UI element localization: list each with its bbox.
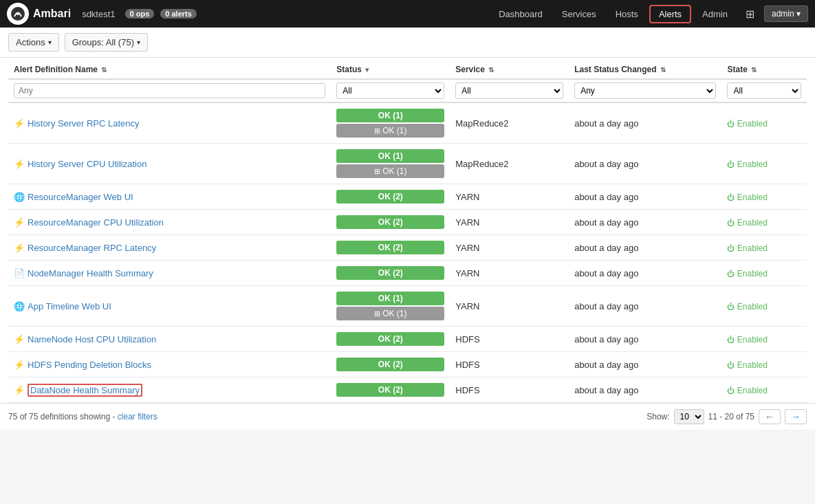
status-ok-button[interactable]: OK (2) [336, 383, 444, 397]
alert-name-link[interactable]: ResourceManager CPU Utilization [28, 217, 164, 228]
status-ok-button[interactable]: OK (2) [336, 241, 444, 254]
lastchanged-cell: about a day ago [569, 144, 721, 184]
alert-name-link[interactable]: App Timeline Web UI [28, 301, 111, 311]
lastchanged-cell: about a day ago [569, 102, 721, 144]
bolt-icon: ⚡ [14, 159, 25, 169]
status-td: OK (2) [331, 235, 450, 261]
alert-name-link[interactable]: NameNode Host CPU Utilization [28, 334, 156, 344]
clear-filters-link[interactable]: clear filters [118, 412, 157, 421]
alert-name-link[interactable]: HDFS Pending Deletion Blocks [28, 360, 151, 370]
filter-state-select[interactable]: All [727, 83, 801, 99]
alert-name-link[interactable]: ResourceManager RPC Latency [28, 243, 156, 253]
table-row: 🌐App Timeline Web UI OK (1)⊞OK (1) YARN … [8, 286, 807, 327]
bolt-icon: ⚡ [14, 243, 25, 253]
lastchanged-cell: about a day ago [569, 352, 721, 377]
alert-name-link[interactable]: History Server RPC Latency [28, 118, 140, 129]
status-ok-button[interactable]: OK (1) [336, 292, 444, 305]
col-header-status[interactable]: Status ▾ [331, 58, 450, 79]
prev-page-button[interactable]: ← [759, 409, 781, 424]
col-header-service[interactable]: Service ⇅ [450, 58, 569, 79]
stack-icon: ⊞ [374, 167, 380, 176]
filter-status-select[interactable]: All [336, 83, 444, 99]
name-cell: ⚡History Server CPU Utilization [8, 144, 331, 184]
alert-name-link[interactable]: ResourceManager Web UI [28, 192, 133, 202]
power-icon: ⏻ [727, 160, 735, 168]
alerts-table: Alert Definition Name ⇅ Status ▾ Service… [8, 58, 807, 403]
state-label: ⏻ Enabled [727, 335, 767, 344]
groups-label: Groups: All (75) [72, 37, 134, 47]
status-ok-button[interactable]: OK (2) [336, 190, 444, 204]
show-select[interactable]: 10 25 50 [674, 409, 704, 424]
footer-count: 75 of 75 definitions showing [8, 412, 110, 421]
filter-name-input[interactable] [14, 83, 325, 98]
status-cell: OK (2) [336, 383, 444, 397]
table-row: ⚡ResourceManager CPU Utilization OK (2) … [8, 210, 807, 235]
filter-lastchanged-cell: Any [569, 79, 721, 102]
status-cell: OK (2) [336, 241, 444, 254]
sort-icon-service: ⇅ [488, 66, 494, 74]
status-cell: OK (1)⊞OK (1) [336, 292, 444, 320]
footer-pagination: Show: 10 25 50 11 - 20 of 75 ← → [646, 409, 807, 424]
status-cell: OK (2) [336, 190, 444, 204]
nav-services[interactable]: Services [554, 6, 605, 22]
footer-summary: 75 of 75 definitions showing - clear fil… [8, 412, 646, 421]
nav-dashboard[interactable]: Dashboard [490, 6, 551, 22]
alert-name-link[interactable]: History Server CPU Utilization [28, 159, 146, 169]
power-icon: ⏻ [727, 193, 735, 201]
filter-lastchanged-select[interactable]: Any [574, 83, 716, 99]
alert-name-link[interactable]: DataNode Health Summary [28, 384, 142, 397]
sort-icon-name: ⇅ [101, 66, 107, 74]
nav-admin[interactable]: Admin [694, 6, 736, 22]
logo: Ambari [7, 3, 71, 25]
status-ok-button[interactable]: OK (1) [336, 149, 444, 163]
state-label: ⏻ Enabled [727, 218, 767, 228]
status-ok-secondary-button[interactable]: ⊞OK (1) [336, 124, 444, 138]
state-cell: ⏻ Enabled [721, 235, 807, 261]
status-ok-button[interactable]: OK (2) [336, 332, 444, 346]
toolbar: Actions ▾ Groups: All (75) ▾ [0, 28, 815, 58]
name-cell: ⚡NameNode Host CPU Utilization [8, 327, 331, 352]
filter-service-select[interactable]: All [455, 83, 563, 99]
service-cell: YARN [450, 261, 569, 286]
status-ok-secondary-button[interactable]: ⊞OK (1) [336, 307, 444, 320]
groups-dropdown[interactable]: Groups: All (75) ▾ [65, 33, 148, 52]
state-label: ⏻ Enabled [727, 160, 767, 169]
user-menu-button[interactable]: admin ▾ [764, 6, 808, 22]
status-ok-button[interactable]: OK (2) [336, 215, 444, 229]
col-header-name[interactable]: Alert Definition Name ⇅ [8, 58, 331, 79]
status-td: OK (1)⊞OK (1) [331, 286, 450, 327]
actions-dropdown[interactable]: Actions ▾ [8, 33, 59, 52]
apps-button[interactable]: ⊞ [740, 5, 760, 23]
alert-name-link[interactable]: NodeManager Health Summary [28, 268, 153, 278]
name-cell: ⚡HDFS Pending Deletion Blocks [8, 352, 331, 377]
table-row: ⚡History Server RPC Latency OK (1)⊞OK (1… [8, 102, 807, 144]
lastchanged-cell: about a day ago [569, 210, 721, 235]
power-icon: ⏻ [727, 219, 735, 227]
nav-hosts[interactable]: Hosts [607, 6, 646, 22]
filter-status-cell: All [331, 79, 450, 102]
nav-alerts[interactable]: Alerts [649, 5, 691, 23]
svg-point-1 [17, 12, 19, 15]
status-cell: OK (2) [336, 215, 444, 229]
brand-label: Ambari [33, 8, 71, 20]
state-cell: ⏻ Enabled [721, 377, 807, 403]
col-header-lastchanged[interactable]: Last Status Changed ⇅ [569, 58, 721, 79]
status-cell: OK (2) [336, 358, 444, 371]
status-ok-button[interactable]: OK (1) [336, 109, 444, 122]
status-ok-secondary-button[interactable]: ⊞OK (1) [336, 164, 444, 178]
power-icon: ⏻ [727, 270, 735, 278]
status-td: OK (2) [331, 261, 450, 286]
filter-service-cell: All [450, 79, 569, 102]
state-label: ⏻ Enabled [727, 386, 767, 395]
status-ok-button[interactable]: OK (2) [336, 358, 444, 371]
status-td: OK (2) [331, 184, 450, 210]
next-page-button[interactable]: → [785, 409, 807, 424]
state-cell: ⏻ Enabled [721, 286, 807, 327]
lastchanged-cell: about a day ago [569, 261, 721, 286]
status-ok-button[interactable]: OK (2) [336, 266, 444, 280]
stack-icon: ⊞ [374, 127, 380, 135]
table-row: ⚡HDFS Pending Deletion Blocks OK (2) HDF… [8, 352, 807, 377]
name-cell: 🌐ResourceManager Web UI [8, 184, 331, 210]
col-header-state[interactable]: State ⇅ [721, 58, 807, 79]
state-cell: ⏻ Enabled [721, 102, 807, 144]
